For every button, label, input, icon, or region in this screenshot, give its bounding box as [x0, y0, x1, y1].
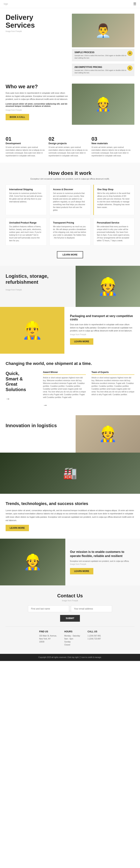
pkg-left: 👷‍♂️: [0, 307, 64, 354]
hero-title: Delivery Services: [6, 14, 68, 29]
process-card-1: ⚙ SIMPLE PROCESS Sample text. Click to s…: [72, 49, 134, 61]
who-section: Who we are? Duis aute irure dolor in rep…: [0, 76, 140, 132]
contact-hours-line4: Closed: [64, 643, 80, 646]
trends-title: Trends, technologies, and success storie…: [6, 501, 134, 506]
how-card-2-text: We're the only platform in the world tha…: [97, 192, 131, 209]
step-2-label: Design projects: [48, 142, 88, 145]
mission-sub: Excepteur sint occaecat cupidatat non pr…: [70, 560, 135, 562]
how-card-1-text: Get access to numerous products that are…: [53, 192, 87, 212]
innovation-full-image: 🏭: [0, 453, 140, 494]
who-left: Who we are? Duis aute irure dolor in rep…: [6, 84, 68, 120]
hero-section: Delivery Services Image from Freepik 👨‍💼…: [0, 8, 140, 76]
process-card-2-text: Sample text. Click to select this text b…: [74, 69, 127, 74]
who-image: 👷: [72, 84, 134, 125]
how-grid: International Shipping Get access to num…: [6, 185, 134, 246]
changing-big-text: Quick, Smart & Great Solutions →: [6, 371, 37, 408]
contact-name-input[interactable]: [28, 606, 69, 612]
contact-phone-2: 1 (234) 723-897: [88, 638, 101, 641]
footer-text: Copyright 2023 all rights reserved. Clic…: [38, 656, 102, 658]
how-card-3-text: Our platform features millions of items,…: [9, 225, 43, 242]
big-text-line-2: Great: [6, 381, 37, 387]
hero-text: Delivery Services Image from Freepik: [6, 14, 68, 76]
mission-learn-more-button[interactable]: LEARN MORE: [70, 568, 93, 575]
who-image-credit: Image from Freepik: [6, 109, 68, 111]
logistics-left: Logistics, storage, refurbishment Image …: [0, 266, 76, 307]
innovation-person-icon: 👷: [99, 425, 117, 443]
step-1-text: Ut enim ad minim veniam, quis nostrud ex…: [6, 146, 45, 157]
how-card-5-title: Personalized Service: [97, 221, 131, 224]
contact-find-us: FIND US 333 Main St. Avenue, New York, N…: [39, 630, 57, 646]
contact-call-us-title: CALL US: [88, 630, 101, 633]
contact-image-credit: Image from Freepik: [6, 599, 134, 602]
how-card-3: Unrivalled Product Range Our platform fe…: [6, 218, 47, 246]
team-col: Team of Experts Article or short extract…: [92, 371, 134, 408]
how-card-2-title: One Stop Shop: [97, 188, 131, 191]
hero-image-credit: Image from Freepik: [6, 30, 68, 32]
contact-email-input[interactable]: [71, 606, 112, 612]
step-1-num: 01: [6, 136, 45, 142]
who-right: 👷: [72, 84, 134, 125]
how-card-5: Personalized Service We understand that …: [93, 218, 134, 246]
contact-info: FIND US 333 Main St. Avenue, New York, N…: [6, 626, 134, 646]
team-text: Article or short extract appears highest…: [92, 376, 134, 396]
mission-image-credit: Image from Freepik: [70, 563, 135, 565]
logo: logo: [4, 3, 8, 5]
logistics-person-icon: 👷: [98, 277, 118, 296]
pkg-title: Packaging and transport at very competit…: [70, 314, 134, 321]
how-learn-more-button[interactable]: LEARN MORE: [57, 251, 83, 258]
pkg-person-icon: 👷‍♂️: [22, 320, 43, 340]
contact-submit-button[interactable]: SUBMIT: [60, 615, 80, 622]
award-badge: Award Winner: [43, 371, 86, 375]
book-call-button[interactable]: BOOK A CALL: [6, 114, 29, 120]
how-card-1-title: Access & Discover: [53, 188, 87, 191]
innovation-right: 👷: [76, 415, 140, 453]
step-3-label: New materials: [92, 142, 131, 145]
footer: Copyright 2023 all rights reserved. Clic…: [0, 654, 140, 661]
step-1: 01 Development Ut enim ad minim veniam, …: [6, 136, 48, 157]
trends-learn-more-button[interactable]: LEARN MORE: [6, 525, 29, 531]
logistics-title: Logistics, storage, refurbishment: [6, 273, 70, 285]
contact-hours-title: HOURS: [64, 630, 80, 633]
packaging-section: 👷‍♂️ Packaging and transport at very com…: [0, 307, 140, 354]
award-col: Award Winner Article or short extract ap…: [43, 371, 86, 408]
pkg-learn-more-button[interactable]: LEARN MORE: [70, 338, 93, 345]
how-subtitle: Excepteur sint occaecat cupidatat non pr…: [6, 178, 134, 180]
how-card-0: International Shipping Get access to num…: [6, 185, 47, 215]
contact-hours: HOURS Monday - Saturday 9am - 6pm Sunday…: [64, 630, 80, 646]
contact-hours-line1: Monday - Saturday: [64, 634, 80, 638]
team-badge: Team of Experts: [92, 371, 134, 375]
how-card-1: Access & Discover Get access to numerous…: [49, 185, 91, 215]
changing-section: Changing the world, one shipment at a ti…: [0, 354, 140, 415]
step-3-num: 03: [92, 136, 131, 142]
pkg-image-credit: Image from Freepik: [70, 334, 134, 336]
who-quote: Lorem ipsum dolor sit amet, consectetur …: [6, 103, 68, 107]
arrow-1-icon[interactable]: →: [6, 396, 10, 401]
process-card-2-title: 2$COMPETITIVE PRICING: [74, 66, 127, 68]
process-card-1-title: SIMPLE PROCESS: [74, 51, 127, 54]
step-2-num: 02: [48, 136, 88, 142]
changing-cols: Quick, Smart & Great Solutions → Award W…: [6, 371, 134, 408]
how-card-2: One Stop Shop We're the only platform in…: [93, 185, 134, 215]
big-text-line-0: Quick,: [6, 371, 37, 376]
arrow-2-icon[interactable]: →: [43, 402, 47, 408]
pkg-text: Duis aute irure dolor in reprehenderit i…: [70, 323, 134, 332]
process-card-1-text: Sample text. Click to select this text b…: [74, 55, 127, 59]
changing-title: Changing the world, one shipment at a ti…: [6, 361, 134, 366]
hero-main-image: 👨‍💼: [72, 14, 134, 47]
steps-section: 01 Development Ut enim ad minim veniam, …: [0, 132, 140, 163]
contact-find-us-title: FIND US: [39, 630, 57, 633]
how-card-5-text: We understand that every purchase is uni…: [97, 225, 131, 242]
step-3: 03 New materials Ut enim ad minim veniam…: [92, 136, 134, 157]
how-card-0-title: International Shipping: [9, 188, 43, 191]
how-card-4-text: We value transparency as much as you do.…: [53, 225, 87, 239]
step-3-text: Ut enim ad minim veniam, quis nostrud ex…: [92, 146, 131, 157]
menu-icon[interactable]: ☰: [133, 2, 136, 6]
mission-workers-image: 👷: [0, 539, 65, 585]
how-section: How does it work Excepteur sint occaecat…: [0, 163, 140, 266]
process-card-2: $ 2$COMPETITIVE PRICING Sample text. Cli…: [72, 64, 134, 76]
big-text-line-1: Smart &: [6, 376, 37, 382]
contact-hours-line2: 9am - 6pm: [64, 638, 80, 641]
mission-section: 👷 Our mission is to enable customers to …: [0, 539, 140, 585]
contact-title: Contact Us: [6, 593, 134, 599]
innovation-section: Innovation in logistics 👷 🏭: [0, 415, 140, 494]
